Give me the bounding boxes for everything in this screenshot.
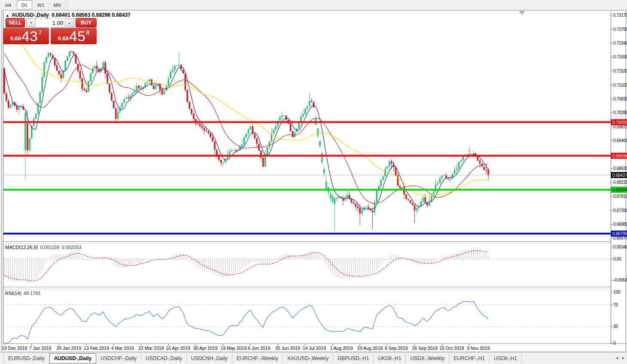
date-axis-label: 20 Aug 2019 <box>357 346 383 351</box>
timeframe-button-d1[interactable]: D1 <box>17 0 32 9</box>
candle-up <box>458 162 460 169</box>
candle-down <box>187 90 189 102</box>
chart-tab-audusd-daily[interactable]: AUDUSD-,Daily <box>49 353 96 364</box>
candle-up <box>90 73 91 81</box>
candle-up <box>35 114 37 119</box>
volume-input[interactable] <box>36 19 65 27</box>
candle-down <box>104 62 106 73</box>
chart-tab-usdchf-daily[interactable]: USDCHF-,Daily <box>96 354 141 363</box>
tab-scroll-right-icon[interactable]: ▸ <box>622 355 624 360</box>
candle-up <box>279 117 281 121</box>
timeframe-button-h4[interactable]: H4 <box>0 0 16 9</box>
chart-tab-gbpusd-h1[interactable]: GBPUSD-,H1 <box>333 354 374 363</box>
candle-up <box>429 202 430 206</box>
toolbar-separator <box>67 1 67 9</box>
timeframe-button-w1[interactable]: W1 <box>33 0 49 9</box>
price-axis-tick: 0.72340 <box>613 41 627 46</box>
macd-axis-tick: 0.00 <box>613 257 621 261</box>
volume-stepper: ▼ ▲ <box>26 18 74 27</box>
sell-price-box[interactable]: 0.68 43 7 <box>3 28 49 44</box>
candle-down <box>8 101 9 108</box>
candle-up <box>384 169 386 176</box>
chart-tab-usdcnh-daily[interactable]: USDCNH-,Daily <box>187 354 232 363</box>
date-axis-label: 8 Sep 2019 <box>385 346 408 351</box>
candle-up <box>361 210 363 214</box>
candle-up <box>174 66 176 70</box>
candle-down <box>311 101 313 102</box>
candle-up <box>420 201 422 206</box>
candle-up <box>376 190 378 202</box>
price-axis-tick: 0.67390 <box>613 208 627 213</box>
price-axis-tick: 0.68220 <box>613 180 627 185</box>
candle-down <box>128 97 129 98</box>
candle-down <box>185 73 186 90</box>
chart-canvas[interactable]: 0.700020.690090.680040.667050.731700.727… <box>0 0 627 364</box>
candle-up <box>67 56 68 61</box>
candle-down <box>258 144 260 151</box>
candle-up <box>164 91 165 94</box>
candle-up <box>456 169 458 170</box>
price-axis-tick: 0.66980 <box>613 222 627 227</box>
candle-up <box>363 207 365 210</box>
candle-down <box>220 160 222 163</box>
candle-down <box>359 208 361 213</box>
candle-down <box>254 133 256 138</box>
chart-tab-usdcad-daily[interactable]: USDCAD-,Daily <box>141 354 187 363</box>
candle-down <box>79 71 81 78</box>
candle-down <box>235 150 237 151</box>
date-axis-label: 22 Mar 2019 <box>139 346 164 351</box>
candle-down <box>73 52 75 55</box>
volume-increase-button[interactable]: ▲ <box>65 19 74 27</box>
chart-tab-usoil-h1[interactable]: USOil-,H1 <box>490 354 522 363</box>
chart-tab-xauusd-weekly[interactable]: XAUUSD-,Weekly <box>283 354 333 363</box>
price-axis-tick: 0.66570 <box>613 236 627 240</box>
candle-up <box>24 113 26 150</box>
chart-tab-eurchf-weekly[interactable]: EURCHF-,Weekly <box>232 354 283 363</box>
sell-price-big: 43 <box>21 28 38 44</box>
candle-down <box>71 51 73 52</box>
candle-up <box>167 79 169 86</box>
candle-down <box>199 124 201 126</box>
chart-tab-eurchf-h1[interactable]: EURCHF-,H1 <box>449 354 490 363</box>
candle-down <box>292 131 294 137</box>
candle-up <box>29 139 30 150</box>
candle-down <box>6 94 7 101</box>
collapse-arrow-icon[interactable]: ▲ <box>6 13 9 18</box>
volume-decrease-button[interactable]: ▼ <box>27 19 36 27</box>
date-axis-label: 26 Sep 2019 <box>412 346 438 351</box>
buy-price-big: 45 <box>69 28 85 44</box>
candle-up <box>124 99 125 103</box>
candle-down <box>290 124 292 131</box>
candle-up <box>454 170 456 174</box>
candle-down <box>447 179 449 180</box>
candle-up <box>273 130 274 133</box>
candle-down <box>204 128 205 130</box>
date-axis-label: 14 Jul 2019 <box>303 346 326 351</box>
candle-down <box>85 90 87 92</box>
candle-up <box>275 126 277 130</box>
candle-down <box>405 194 407 199</box>
date-axis-label: 25 Jun 2019 <box>275 346 300 351</box>
chart-tab-ukoil-h1[interactable]: UKOil-,H1 <box>374 354 406 363</box>
candle-up <box>122 103 123 107</box>
candle-up <box>319 141 321 146</box>
sell-price-sup: 7 <box>38 29 42 36</box>
price-axis-tick: 0.68630 <box>613 166 627 171</box>
chart-tab-usdx-weekly[interactable]: USDX-,Weekly <box>406 354 449 363</box>
chart-tab-eurusd-daily[interactable]: EURUSD-,Daily <box>3 354 49 363</box>
candle-up <box>88 81 89 92</box>
candle-up <box>452 174 454 179</box>
macd-name: MACD(12,26,9) <box>5 245 38 250</box>
candle-up <box>64 61 66 71</box>
candle-up <box>222 162 224 163</box>
candle-up <box>265 155 266 167</box>
buy-button[interactable]: BUY <box>76 18 97 27</box>
buy-price-box[interactable]: 0.68 45 8 <box>51 28 97 44</box>
tab-scroll-left-icon[interactable]: ◂ <box>616 355 618 360</box>
sell-button[interactable]: SELL <box>6 18 25 27</box>
date-axis-label: 25 Jan 2019 <box>56 346 81 351</box>
date-axis-label: 15 Oct 2019 <box>439 346 464 351</box>
candle-up <box>246 134 247 137</box>
timeframe-button-mn[interactable]: MN <box>49 0 65 9</box>
candle-down <box>206 130 207 131</box>
